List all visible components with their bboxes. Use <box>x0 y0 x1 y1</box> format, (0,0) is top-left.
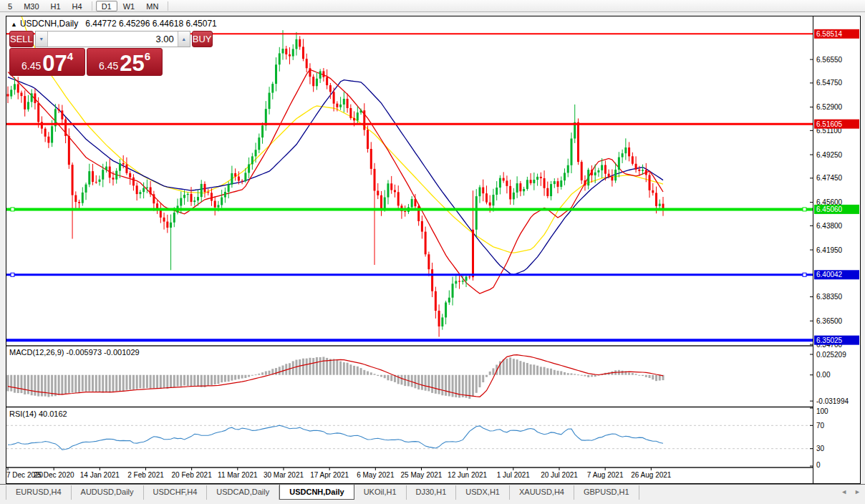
svg-text:30: 30 <box>816 445 825 452</box>
line-handle <box>11 273 14 276</box>
svg-text:25 May 2021: 25 May 2021 <box>401 471 443 479</box>
svg-text:6.51605: 6.51605 <box>816 120 843 128</box>
svg-text:MACD(12,26,9) -0.005973 -0.001: MACD(12,26,9) -0.005973 -0.001029 <box>9 348 140 357</box>
svg-text:6.58514: 6.58514 <box>816 30 843 38</box>
svg-text:12 Jun 2021: 12 Jun 2021 <box>448 471 487 479</box>
rsi-pane[interactable] <box>6 408 813 466</box>
svg-text:RSI(14) 40.0162: RSI(14) 40.0162 <box>9 410 67 418</box>
tab-usdchf-h4[interactable]: USDCHF,H4 <box>144 485 208 500</box>
line-handle <box>803 208 806 211</box>
period-button-h1[interactable]: H1 <box>45 1 67 11</box>
buy-price-pips: 25 <box>120 54 144 73</box>
svg-text:6.56550: 6.56550 <box>816 56 843 64</box>
tabs-scroll-right-icon[interactable]: ► <box>854 488 861 495</box>
period-button-d1[interactable]: D1 <box>96 1 117 11</box>
svg-text:6.35025: 6.35025 <box>816 336 843 344</box>
svg-text:7 Aug 2021: 7 Aug 2021 <box>587 471 624 479</box>
volume-decrease-icon[interactable]: ▼ <box>36 32 48 47</box>
symbol-tab-bar: EURUSD,H4AUDUSD,DailyUSDCHF,H4USDCAD,Dai… <box>0 484 865 504</box>
sell-price-point: 4 <box>67 51 73 62</box>
svg-text:6 May 2021: 6 May 2021 <box>357 471 395 479</box>
chart-canvas[interactable]: 6.565506.547506.529006.511006.492506.474… <box>6 16 860 483</box>
tab-usdcnh-daily[interactable]: USDCNH,Daily <box>279 485 354 500</box>
period-button-w1[interactable]: W1 <box>117 1 141 11</box>
svg-text:0.00: 0.00 <box>816 371 831 379</box>
tab-xauusd-h4[interactable]: XAUUSD,H4 <box>510 485 574 500</box>
svg-text:6.41950: 6.41950 <box>816 246 843 254</box>
svg-text:14 Jan 2021: 14 Jan 2021 <box>80 471 120 479</box>
buy-button[interactable]: BUY <box>192 31 213 47</box>
svg-text:11 Mar 2021: 11 Mar 2021 <box>218 471 258 479</box>
price-scale[interactable]: 6.565506.547506.529006.511006.492506.474… <box>810 16 860 483</box>
svg-text:20 Feb 2021: 20 Feb 2021 <box>172 471 213 479</box>
svg-text:25 Dec 2020: 25 Dec 2020 <box>34 471 74 479</box>
chart-window: 6.565506.547506.529006.511006.492506.474… <box>6 16 861 484</box>
toolbar-separator <box>92 1 92 11</box>
svg-text:6.40042: 6.40042 <box>816 271 843 278</box>
buy-price-prefix: 6.45 <box>99 61 118 73</box>
svg-text:100: 100 <box>816 407 828 415</box>
period-button-5[interactable]: 5 <box>2 1 18 11</box>
buy-price-button[interactable]: 6.45 25 6 <box>87 48 163 76</box>
tabs-scroll-left-icon[interactable]: ◄ <box>841 488 847 495</box>
tab-eurusd-h4[interactable]: EURUSD,H4 <box>6 485 72 500</box>
tab-audusd-daily[interactable]: AUDUSD,Daily <box>72 485 144 500</box>
svg-text:17 Apr 2021: 17 Apr 2021 <box>310 471 349 479</box>
svg-text:6.54750: 6.54750 <box>816 79 843 87</box>
svg-text:-0.031994: -0.031994 <box>816 397 849 405</box>
period-button-m30[interactable]: M30 <box>18 1 44 11</box>
tab-usdx-h1[interactable]: USDX,H1 <box>456 485 510 500</box>
svg-text:20 Jul 2021: 20 Jul 2021 <box>541 471 578 479</box>
volume-increase-icon[interactable]: ▲ <box>178 32 190 47</box>
time-scale[interactable]: 7 Dec 202025 Dec 202014 Jan 20212 Feb 20… <box>6 467 813 483</box>
svg-text:6.45060: 6.45060 <box>816 205 843 213</box>
tab-usdcad-daily[interactable]: USDCAD,Daily <box>207 485 279 500</box>
buy-price-point: 6 <box>145 51 150 62</box>
period-button-h4[interactable]: H4 <box>67 1 88 11</box>
sell-price-prefix: 6.45 <box>21 61 41 73</box>
period-button-mn[interactable]: MN <box>140 1 164 11</box>
svg-text:6.47450: 6.47450 <box>816 174 843 182</box>
line-handle <box>11 208 14 211</box>
svg-text:26 Aug 2021: 26 Aug 2021 <box>631 471 672 479</box>
tab-ukoil-h1[interactable]: UKOil,H1 <box>354 485 407 500</box>
svg-text:6.38350: 6.38350 <box>816 293 843 301</box>
sell-button[interactable]: SELL <box>9 31 34 47</box>
svg-text:0.025209: 0.025209 <box>816 351 846 359</box>
one-click-trading-panel: SELL ▼ ▲ BUY 6.45 07 4 6.45 25 6 <box>9 31 163 76</box>
chart-title: ▲USDCNH,Daily6.44772 6.45296 6.44618 6.4… <box>11 19 217 29</box>
svg-text:6.49250: 6.49250 <box>816 151 843 159</box>
svg-text:1 Jul 2021: 1 Jul 2021 <box>497 471 531 479</box>
volume-input[interactable] <box>48 32 178 47</box>
period-toolbar: 5M30H1H4D1W1MN <box>0 0 865 12</box>
tab-gbpusd-h1[interactable]: GBPUSD,H1 <box>574 485 639 500</box>
sell-price-pips: 07 <box>42 54 67 73</box>
svg-text:6.43800: 6.43800 <box>816 222 843 230</box>
collapse-chart-icon[interactable]: ▲ <box>11 21 17 28</box>
line-handle <box>803 273 806 276</box>
toolbar-separator <box>168 1 168 11</box>
svg-text:2 Feb 2021: 2 Feb 2021 <box>127 471 164 479</box>
tab-dj30-h1[interactable]: DJ30,H1 <box>407 485 457 500</box>
chart-symbol-label: USDCNH,Daily <box>20 19 78 29</box>
svg-text:6.36500: 6.36500 <box>816 317 843 325</box>
svg-text:30 Mar 2021: 30 Mar 2021 <box>264 471 304 479</box>
volume-stepper: ▼ ▲ <box>35 31 190 47</box>
svg-text:6.52900: 6.52900 <box>816 103 843 111</box>
svg-text:0: 0 <box>816 461 821 469</box>
svg-text:70: 70 <box>816 422 825 430</box>
sell-price-button[interactable]: 6.45 07 4 <box>9 48 85 76</box>
chart-ohlc-values: 6.44772 6.45296 6.44618 6.45071 <box>85 19 217 29</box>
